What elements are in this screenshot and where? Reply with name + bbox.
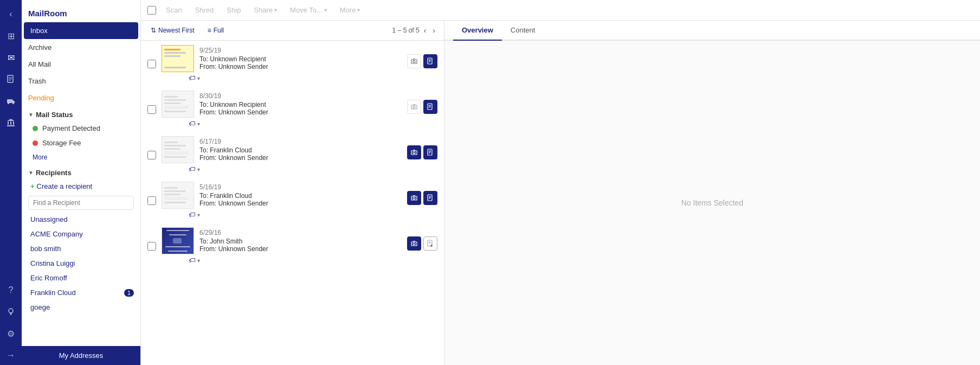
select-all-checkbox[interactable] <box>147 6 156 15</box>
mail-item-2-from: From: Unknown Sender <box>199 108 402 116</box>
document-icon[interactable] <box>1 69 21 89</box>
doc-icon-4[interactable] <box>423 191 437 205</box>
mail-item-2-tags: 🏷 ▾ <box>141 120 444 132</box>
svg-point-7 <box>12 103 14 104</box>
camera-icon-3[interactable] <box>407 145 421 159</box>
share-button[interactable]: Share ▾ <box>248 3 282 17</box>
mail-item-1-date: 9/25/19 <box>199 47 402 54</box>
mail-item-1-actions <box>407 54 437 68</box>
recipient-cristina[interactable]: Cristina Luiggi <box>22 256 140 271</box>
sidebar-item-archive[interactable]: Archive <box>22 39 140 56</box>
arrow-right-icon[interactable]: → <box>1 345 21 365</box>
doc-icon-1[interactable] <box>423 54 437 68</box>
recipients-chevron: ▼ <box>28 170 34 176</box>
chevron-left-icon[interactable]: ‹ <box>1 4 21 24</box>
mail-icon[interactable]: ✉ <box>1 48 21 67</box>
tab-content[interactable]: Content <box>502 21 544 41</box>
question-icon[interactable]: ? <box>1 280 21 300</box>
mail-status-storage-fee[interactable]: Storage Fee <box>22 136 140 150</box>
tag-dropdown-1[interactable]: ▾ <box>197 75 200 81</box>
recipient-bob[interactable]: bob smith <box>22 241 140 256</box>
more-button[interactable]: More ▾ <box>334 3 366 17</box>
icon-bar: ‹ ⊞ ✉ ? ⚙ → <box>0 0 22 365</box>
tag-dropdown-5[interactable]: ▾ <box>197 258 200 264</box>
mail-item-4-checkbox[interactable] <box>147 196 156 205</box>
mail-item-5-actions <box>407 236 437 251</box>
mail-status-payment-detected[interactable]: Payment Detected <box>22 121 140 136</box>
camera-icon-2[interactable] <box>407 100 421 114</box>
camera-icon-4[interactable] <box>407 191 421 205</box>
mail-thumbnail-2 <box>162 91 194 118</box>
bank-icon[interactable] <box>1 113 21 132</box>
find-recipient-input[interactable] <box>28 196 134 210</box>
mail-item-5-date: 6/29/16 <box>199 229 402 236</box>
tab-overview[interactable]: Overview <box>453 21 502 41</box>
sidebar-item-allmail[interactable]: All Mail <box>22 56 140 73</box>
doc-icon-3[interactable] <box>423 145 437 159</box>
svg-point-13 <box>9 309 13 313</box>
mail-item-1-main[interactable]: 9/25/19 To: Unknown Recipient From: Unkn… <box>141 41 444 74</box>
shred-button[interactable]: Shred <box>190 3 220 17</box>
mail-status-section[interactable]: ▼ Mail Status <box>22 106 140 121</box>
mail-item-4-tags: 🏷 ▾ <box>141 211 444 223</box>
tag-icon-3[interactable]: 🏷 <box>189 165 195 173</box>
recipient-unassigned[interactable]: Unassigned <box>22 212 140 227</box>
svg-rect-12 <box>7 125 15 126</box>
settings-icon[interactable]: ⚙ <box>1 324 21 343</box>
mail-item-2-to: To: Unknown Recipient <box>199 101 402 108</box>
tag-icon-2[interactable]: 🏷 <box>189 120 195 127</box>
camera-icon-5[interactable] <box>407 236 421 251</box>
list-icon: ≡ <box>208 27 211 34</box>
mail-item-5-to: To: John Smith <box>199 238 402 245</box>
mail-item-4: 5/16/19 To: Franklin Cloud From: Unknown… <box>141 177 444 223</box>
sidebar-item-inbox[interactable]: Inbox <box>24 22 138 39</box>
move-to-button[interactable]: Move To... ▾ <box>285 3 332 17</box>
bulb-icon[interactable] <box>1 302 21 322</box>
pagination: 1 – 5 of 5 ‹ › <box>392 25 437 36</box>
recipient-acme[interactable]: ACME Company <box>22 227 140 241</box>
storage-fee-dot <box>33 140 38 146</box>
mail-item-3-from: From: Unknown Sender <box>199 154 402 162</box>
recipients-section[interactable]: ▼ Recipients <box>22 164 140 179</box>
svg-rect-11 <box>13 121 14 125</box>
tag-dropdown-4[interactable]: ▾ <box>197 212 200 218</box>
tag-icon-5[interactable]: 🏷 <box>189 257 195 264</box>
sort-controls: ⇅ Newest First ≡ Full <box>147 25 227 36</box>
prev-page-button[interactable]: ‹ <box>422 25 429 36</box>
create-recipient-link[interactable]: + Create a recipient <box>22 179 140 194</box>
recipient-franklin[interactable]: Franklin Cloud 1 <box>22 285 140 300</box>
scan-button[interactable]: Scan <box>160 3 188 17</box>
doc-icon-5[interactable] <box>423 236 437 251</box>
tag-icon-4[interactable]: 🏷 <box>189 211 195 219</box>
mail-item-3-checkbox[interactable] <box>147 151 156 159</box>
right-panel-tabs: Overview Content <box>444 21 980 41</box>
mail-status-chevron: ▼ <box>28 112 34 118</box>
mail-status-more[interactable]: More <box>22 150 140 164</box>
mail-item-4-actions <box>407 191 437 205</box>
truck-icon[interactable] <box>1 91 21 111</box>
tag-dropdown-2[interactable]: ▾ <box>197 121 200 127</box>
camera-icon-1[interactable] <box>407 54 421 68</box>
recipient-goege[interactable]: goege <box>22 300 140 315</box>
my-addresses-button[interactable]: My Addresses <box>22 346 140 365</box>
mail-item-4-from: From: Unknown Sender <box>199 200 402 207</box>
mail-item-2-checkbox[interactable] <box>147 105 156 114</box>
mail-item-1-checkbox[interactable] <box>147 60 156 68</box>
mail-item: 9/25/19 To: Unknown Recipient From: Unkn… <box>141 41 444 86</box>
sidebar-item-trash[interactable]: Trash <box>22 73 140 89</box>
mail-item-5-checkbox[interactable] <box>147 242 156 251</box>
svg-rect-10 <box>10 121 11 125</box>
tag-dropdown-3[interactable]: ▾ <box>197 167 200 172</box>
ship-button[interactable]: Ship <box>221 3 246 17</box>
mail-item-5-info: 6/29/16 To: John Smith From: Unknown Sen… <box>199 229 402 253</box>
sort-newest-first[interactable]: ⇅ Newest First <box>147 25 198 36</box>
doc-icon-2[interactable] <box>423 100 437 114</box>
tag-icon-1[interactable]: 🏷 <box>189 74 195 82</box>
sidebar-item-pending[interactable]: Pending <box>22 89 140 106</box>
next-page-button[interactable]: › <box>430 25 437 36</box>
grid-icon[interactable]: ⊞ <box>1 26 21 46</box>
view-full-button[interactable]: ≡ Full <box>204 25 227 36</box>
recipient-eric[interactable]: Eric Romoff <box>22 271 140 285</box>
mail-thumbnail-1 <box>162 45 194 72</box>
mail-item-3-to: To: Franklin Cloud <box>199 146 402 154</box>
